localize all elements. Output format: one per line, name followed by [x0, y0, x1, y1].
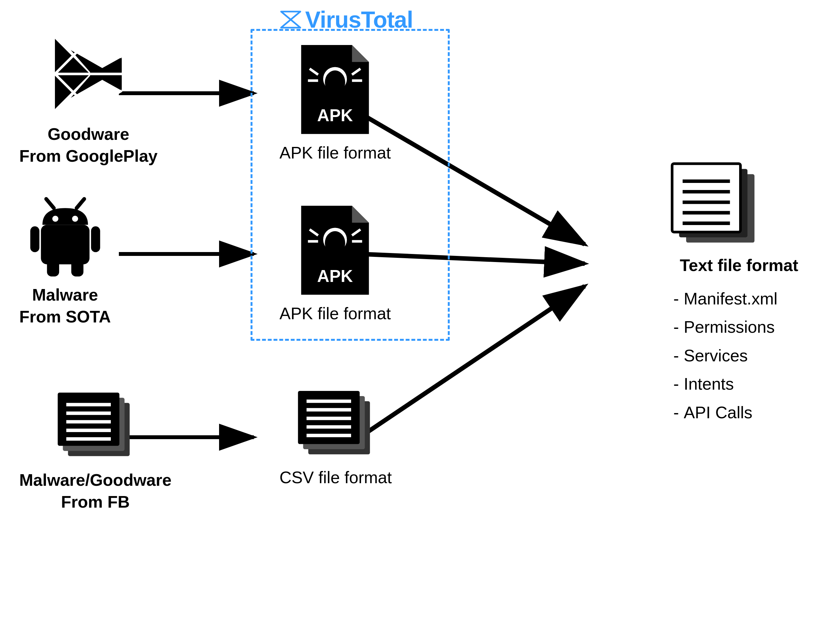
svg-point-59 — [338, 235, 343, 240]
googleplay-label: Goodware From GooglePlay — [19, 123, 158, 167]
svg-point-57 — [325, 231, 345, 255]
svg-rect-28 — [91, 226, 100, 252]
source-googleplay: Goodware From GooglePlay — [19, 32, 158, 167]
apk-top: APK APK file format — [279, 45, 391, 162]
textfile-item: Text file format - Manifest.xml - Permis… — [667, 161, 798, 427]
csv-label: CSV file format — [279, 468, 392, 487]
svg-rect-29 — [47, 260, 59, 277]
svg-marker-7 — [281, 11, 300, 28]
svg-text:APK: APK — [317, 106, 353, 125]
play-store-icon — [47, 32, 130, 117]
apk-bottom: APK APK file format — [279, 206, 391, 323]
source-android: Malware From SOTA — [19, 193, 111, 328]
svg-point-58 — [328, 235, 333, 240]
apk-bottom-label: APK file format — [279, 304, 391, 323]
virustotal-sigma-icon — [279, 10, 302, 29]
apk-top-label: APK file format — [279, 143, 391, 162]
svg-rect-30 — [71, 260, 83, 277]
detail-manifest: - Manifest.xml — [673, 285, 777, 313]
detail-services: - Services — [673, 342, 777, 370]
svg-point-47 — [328, 74, 333, 79]
detail-permissions: - Permissions — [673, 313, 777, 341]
fb-source-label: Malware/Goodware From FB — [19, 469, 172, 513]
svg-point-48 — [338, 74, 343, 79]
svg-rect-22 — [41, 225, 89, 264]
source-fb: Malware/Goodware From FB — [19, 386, 172, 513]
detail-api-calls: - API Calls — [673, 398, 777, 427]
detail-intents: - Intents — [673, 370, 777, 398]
svg-line-21 — [90, 91, 122, 109]
svg-rect-27 — [30, 226, 39, 252]
svg-marker-40 — [352, 45, 369, 62]
svg-line-20 — [90, 39, 122, 57]
csv-item: CSV file format — [279, 386, 392, 487]
svg-marker-51 — [352, 206, 369, 223]
textfile-details: - Manifest.xml - Permissions - Services … — [673, 285, 777, 427]
svg-point-46 — [325, 70, 345, 94]
fb-csv-icon — [51, 386, 141, 463]
malware-sota-label: Malware From SOTA — [19, 284, 111, 328]
diagram-container: VirusTotal — [0, 0, 840, 633]
svg-line-24 — [76, 199, 84, 208]
textfile-label: Text file format — [680, 256, 798, 275]
svg-text:APK: APK — [317, 266, 353, 285]
svg-point-25 — [52, 216, 58, 222]
android-icon — [24, 193, 107, 278]
svg-line-23 — [46, 199, 54, 208]
svg-point-26 — [72, 216, 78, 222]
